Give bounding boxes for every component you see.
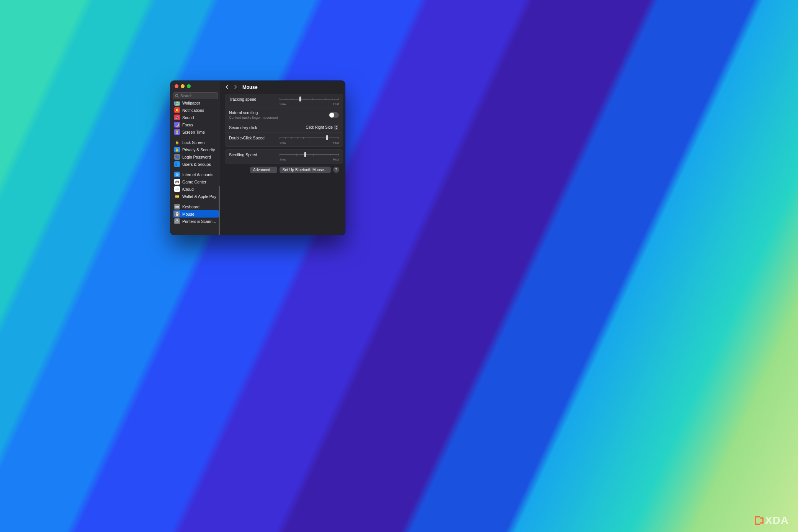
sidebar-item-privacy-security[interactable]: 🖐️Privacy & Security — [173, 146, 219, 153]
sidebar-item-label: Wallpaper — [182, 101, 200, 105]
scrolling-speed-min: Slow — [280, 158, 286, 161]
row-natural-scrolling: Natural scrolling Content tracks finger … — [225, 108, 343, 122]
sidebar-item-label: Screen Time — [182, 130, 205, 134]
sidebar: Search 🖼️Wallpaper🔔Notifications🔊Sound🌙F… — [170, 81, 221, 235]
sidebar-item-wallet-apple-pay[interactable]: 💳Wallet & Apple Pay — [173, 193, 219, 200]
lock-screen-icon: 🔒 — [174, 139, 180, 145]
back-button[interactable] — [225, 84, 230, 90]
secondary-click-popup[interactable]: Click Right Side ▴▾ — [305, 124, 339, 130]
sidebar-item-lock-screen[interactable]: 🔒Lock Screen — [173, 139, 219, 146]
window-controls — [170, 81, 221, 91]
sidebar-scrollbar[interactable] — [219, 186, 220, 235]
zoom-button[interactable] — [187, 84, 191, 88]
natural-scrolling-sub: Content tracks finger movement — [229, 116, 324, 119]
sidebar-item-mouse[interactable]: 🖱️Mouse — [173, 210, 219, 218]
privacy-security-icon: 🖐️ — [174, 147, 180, 152]
double-click-speed-thumb[interactable] — [326, 135, 328, 140]
sidebar-item-label: Mouse — [182, 212, 195, 216]
sidebar-item-label: Notifications — [182, 108, 204, 113]
search-icon — [175, 94, 179, 98]
watermark: XDA — [755, 514, 789, 527]
sidebar-item-internet-accounts[interactable]: @Internet Accounts — [173, 171, 219, 178]
close-button[interactable] — [175, 84, 178, 88]
double-click-speed-min: Slow — [280, 141, 286, 144]
sidebar-item-label: iCloud — [182, 187, 194, 192]
notifications-icon: 🔔 — [174, 107, 180, 113]
sidebar-item-label: Login Password — [182, 155, 211, 159]
scrolling-speed-thumb[interactable] — [304, 152, 306, 157]
sound-icon: 🔊 — [174, 115, 180, 120]
sidebar-item-notifications[interactable]: 🔔Notifications — [173, 106, 219, 114]
scrolling-speed-label: Scrolling Speed — [229, 152, 275, 157]
natural-scrolling-label: Natural scrolling — [229, 110, 324, 115]
scrolling-speed-slider[interactable] — [280, 153, 339, 157]
mouse-icon: 🖱️ — [174, 211, 180, 217]
desktop-wallpaper — [0, 0, 798, 532]
row-tracking-speed: Tracking speed Slow Fast — [225, 94, 343, 108]
help-button[interactable]: ? — [333, 167, 339, 173]
sidebar-item-icloud[interactable]: ☁️iCloud — [173, 185, 219, 193]
advanced-button[interactable]: Advanced… — [250, 167, 277, 173]
double-click-speed-slider[interactable] — [280, 136, 339, 140]
sidebar-item-printers-scanners[interactable]: 🖨️Printers & Scanners — [173, 218, 219, 225]
row-scrolling-speed: Scrolling Speed Slow Fast — [225, 150, 343, 163]
row-secondary-click: Secondary click Click Right Side ▴▾ — [225, 122, 343, 133]
chevron-left-icon — [226, 85, 229, 89]
sidebar-item-keyboard[interactable]: ⌨️Keyboard — [173, 203, 219, 210]
toggle-knob — [329, 113, 334, 118]
setup-bluetooth-mouse-button[interactable]: Set Up Bluetooth Mouse… — [280, 167, 331, 173]
minimize-button[interactable] — [181, 84, 185, 88]
game-center-icon: 🎮 — [174, 179, 180, 185]
sidebar-item-label: Keyboard — [182, 205, 200, 209]
secondary-click-value: Click Right Side — [306, 125, 333, 129]
sidebar-item-focus[interactable]: 🌙Focus — [173, 121, 219, 128]
svg-point-0 — [175, 94, 178, 97]
forward-button[interactable] — [233, 84, 238, 90]
search-input[interactable]: Search — [173, 92, 218, 99]
footer-buttons: Advanced… Set Up Bluetooth Mouse… ? — [225, 164, 343, 176]
tracking-speed-label: Tracking speed — [229, 97, 275, 101]
sidebar-list: 🖼️Wallpaper🔔Notifications🔊Sound🌙Focus⏳Sc… — [170, 101, 221, 235]
focus-icon: 🌙 — [174, 122, 180, 128]
login-password-icon: 👣 — [174, 154, 180, 160]
sidebar-item-label: Wallet & Apple Pay — [182, 194, 216, 199]
watermark-text: XDA — [765, 514, 789, 527]
wallpaper-icon: 🖼️ — [174, 101, 180, 106]
sidebar-item-users-groups[interactable]: 👥Users & Groups — [173, 160, 219, 168]
sidebar-item-login-password[interactable]: 👣Login Password — [173, 153, 219, 160]
tracking-speed-max: Fast — [333, 102, 339, 106]
tracking-speed-slider[interactable] — [280, 97, 339, 101]
printers-scanners-icon: 🖨️ — [174, 218, 180, 224]
tracking-speed-min: Slow — [280, 102, 286, 106]
sidebar-item-label: Focus — [182, 123, 193, 127]
main-pane: Mouse Tracking speed Slow Fast — [221, 81, 345, 235]
wallet-apple-pay-icon: 💳 — [174, 193, 180, 199]
xda-logo-icon — [755, 516, 764, 525]
sidebar-item-wallpaper[interactable]: 🖼️Wallpaper — [173, 101, 219, 106]
sidebar-item-game-center[interactable]: 🎮Game Center — [173, 178, 219, 185]
natural-scrolling-toggle[interactable] — [329, 112, 339, 118]
panel-scrolling-speed: Scrolling Speed Slow Fast — [225, 149, 343, 164]
chevron-right-icon — [234, 85, 237, 89]
popup-arrows-icon: ▴▾ — [334, 125, 338, 130]
page-title: Mouse — [242, 85, 258, 90]
sidebar-item-screen-time[interactable]: ⏳Screen Time — [173, 128, 219, 136]
sidebar-item-label: Sound — [182, 115, 194, 120]
svg-line-1 — [178, 97, 179, 98]
search-placeholder: Search — [180, 94, 193, 98]
sidebar-item-label: Users & Groups — [182, 162, 211, 167]
sidebar-item-label: Printers & Scanners — [182, 219, 217, 224]
screen-time-icon: ⏳ — [174, 129, 180, 135]
sidebar-item-label: Lock Screen — [182, 140, 204, 145]
sidebar-item-label: Internet Accounts — [182, 172, 213, 177]
sidebar-item-sound[interactable]: 🔊Sound — [173, 114, 219, 121]
tracking-speed-thumb[interactable] — [299, 97, 301, 101]
system-settings-window: Search 🖼️Wallpaper🔔Notifications🔊Sound🌙F… — [170, 81, 345, 235]
scrolling-speed-max: Fast — [333, 158, 339, 161]
double-click-speed-label: Double-Click Speed — [229, 136, 275, 140]
double-click-speed-max: Fast — [333, 141, 339, 144]
keyboard-icon: ⌨️ — [174, 204, 180, 210]
sidebar-item-label: Privacy & Security — [182, 147, 215, 152]
internet-accounts-icon: @ — [174, 172, 180, 177]
main-header: Mouse — [221, 81, 345, 94]
